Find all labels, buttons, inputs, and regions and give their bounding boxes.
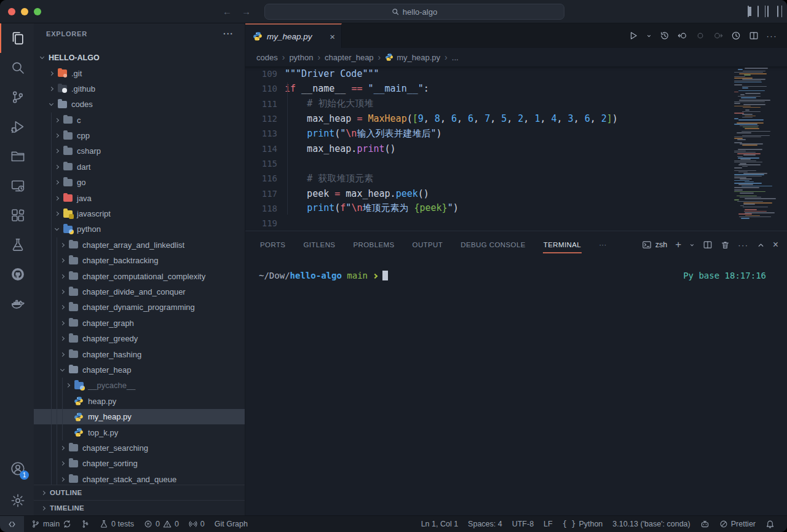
panel-tab-debug-console[interactable]: DEBUG CONSOLE xyxy=(460,237,526,252)
chevron-right-icon[interactable] xyxy=(58,322,66,325)
statusbar-eol[interactable]: LF xyxy=(539,516,558,532)
history-back-button[interactable]: ← xyxy=(223,6,232,17)
tree-item-csharp[interactable]: csharp xyxy=(34,143,245,159)
chevron-right-icon[interactable] xyxy=(47,87,55,90)
more-actions-icon[interactable]: ··· xyxy=(767,30,778,41)
activitybar-settings[interactable] xyxy=(0,486,34,515)
breadcrumb-item-chapter_heap[interactable]: chapter_heap xyxy=(325,53,374,62)
chevron-down-icon[interactable] xyxy=(38,57,46,58)
chevron-right-icon[interactable] xyxy=(58,353,66,356)
run-dropdown-icon[interactable] xyxy=(646,33,652,39)
tree-item-__pycache__[interactable]: __pycache__ xyxy=(34,378,245,393)
tree-item-chapter_divide_and_conquer[interactable]: chapter_divide_and_conquer xyxy=(34,284,245,300)
statusbar-cursor-position[interactable]: Ln 1, Col 1 xyxy=(416,516,463,532)
tree-item-HELLO-ALGO[interactable]: HELLO-ALGO xyxy=(34,50,245,65)
tree-item-.git[interactable]: .git xyxy=(34,65,245,81)
tree-item-chapter_graph[interactable]: chapter_graph xyxy=(34,316,245,331)
panel-tabs-overflow-icon[interactable]: ··· xyxy=(598,237,607,252)
command-center-search[interactable]: hello-algo xyxy=(264,4,564,20)
chevron-right-icon[interactable] xyxy=(58,478,66,481)
chevron-right-icon[interactable] xyxy=(52,181,61,184)
chevron-right-icon[interactable] xyxy=(52,197,61,200)
chevron-right-icon[interactable] xyxy=(58,447,66,450)
tree-item-codes[interactable]: codes xyxy=(34,97,245,112)
tree-item-chapter_computational_complexity[interactable]: chapter_computational_complexity xyxy=(34,268,245,284)
layout-left-icon[interactable] xyxy=(748,6,749,17)
chevron-down-icon[interactable] xyxy=(52,228,61,230)
tree-item-go[interactable]: go xyxy=(34,175,245,190)
tree-item-chapter_array_and_linkedlist[interactable]: chapter_array_and_linkedlist xyxy=(34,237,245,253)
statusbar-problems[interactable]: 00 xyxy=(139,516,184,532)
chevron-right-icon[interactable] xyxy=(63,384,72,387)
tree-item-chapter_hashing[interactable]: chapter_hashing xyxy=(34,346,245,362)
tree-item-java[interactable]: java xyxy=(34,190,245,205)
chevron-down-icon[interactable] xyxy=(58,369,66,371)
explorer-more-actions-icon[interactable]: ··· xyxy=(223,29,234,39)
terminal[interactable]: ~/Dow/hello-algo main Py base 18:17:16 xyxy=(245,258,787,515)
statusbar-indentation[interactable]: Spaces: 4 xyxy=(463,516,507,532)
statusbar-remote-indicator[interactable] xyxy=(0,516,24,532)
minimize-window-button[interactable] xyxy=(21,8,28,15)
chevron-right-icon[interactable] xyxy=(58,337,66,340)
chevron-right-icon[interactable] xyxy=(58,244,66,247)
tree-item-chapter_heap[interactable]: chapter_heap xyxy=(34,362,245,378)
activitybar-source-control[interactable] xyxy=(0,82,34,112)
statusbar-copilot[interactable] xyxy=(695,516,714,532)
statusbar-notifications[interactable] xyxy=(761,516,780,532)
breadcrumb-item-my_heap.py[interactable]: my_heap.py xyxy=(385,53,440,62)
chevron-right-icon[interactable] xyxy=(58,290,66,293)
tree-item-chapter_sorting[interactable]: chapter_sorting xyxy=(34,456,245,471)
statusbar-language-python[interactable]: { }Python xyxy=(558,516,608,532)
activitybar-run-and-debug[interactable] xyxy=(0,112,34,141)
chevron-right-icon[interactable] xyxy=(52,119,61,122)
nav-circle-icon[interactable] xyxy=(695,31,705,41)
layout-right-icon[interactable] xyxy=(767,6,769,17)
tree-item-.github[interactable]: .github xyxy=(34,81,245,97)
section-outline[interactable]: OUTLINE xyxy=(34,485,245,500)
kill-terminal-icon[interactable] xyxy=(721,240,730,250)
tree-item-my_heap.py[interactable]: my_heap.py xyxy=(34,409,245,424)
local-history-icon[interactable] xyxy=(660,31,670,41)
tree-item-python[interactable]: python xyxy=(34,221,245,237)
panel-tab-terminal[interactable]: TERMINAL xyxy=(543,237,582,252)
tree-item-chapter_stack_and_queue[interactable]: chapter_stack_and_queue xyxy=(34,472,245,485)
chevron-right-icon[interactable] xyxy=(52,134,61,137)
gitlens-annotations-icon[interactable] xyxy=(731,31,741,41)
split-editor-icon[interactable] xyxy=(749,31,759,41)
run-python-file-icon[interactable] xyxy=(628,31,638,41)
tab-my-heap[interactable]: my_heap.py × xyxy=(245,23,342,48)
tree-item-cpp[interactable]: cpp xyxy=(34,128,245,143)
chevron-right-icon[interactable] xyxy=(52,149,61,153)
breadcrumb-item-...[interactable]: ... xyxy=(452,53,459,62)
chevron-right-icon[interactable] xyxy=(58,275,66,278)
more-terminal-actions-icon[interactable]: ··· xyxy=(738,239,749,250)
statusbar-prettier[interactable]: Prettier xyxy=(714,516,761,532)
tree-item-chapter_backtracking[interactable]: chapter_backtracking xyxy=(34,253,245,268)
activitybar-remote-explorer[interactable] xyxy=(0,171,34,200)
activitybar-testing[interactable] xyxy=(0,230,34,260)
go-back-icon[interactable] xyxy=(678,31,687,41)
shell-zsh-icon[interactable] xyxy=(642,240,652,250)
activitybar-github[interactable] xyxy=(0,260,34,289)
statusbar-python-interpreter[interactable]: 3.10.13 ('base': conda) xyxy=(607,516,695,532)
chevron-right-icon[interactable] xyxy=(47,72,55,75)
statusbar-forwarded-ports[interactable]: 0 xyxy=(184,516,210,532)
code-editor[interactable]: 109"""Driver Code"""110if __name__ == "_… xyxy=(245,66,787,231)
activitybar-explorer[interactable] xyxy=(0,23,34,53)
new-terminal-icon[interactable]: + xyxy=(675,239,681,250)
terminal-picker-icon[interactable] xyxy=(689,242,695,248)
tree-item-chapter_greedy[interactable]: chapter_greedy xyxy=(34,331,245,346)
close-panel-icon[interactable]: × xyxy=(773,239,778,250)
statusbar-tests[interactable]: 0 tests xyxy=(95,516,139,532)
layout-grid-icon[interactable] xyxy=(777,6,778,17)
activitybar-extensions[interactable] xyxy=(0,200,34,230)
section-timeline[interactable]: TIMELINE xyxy=(34,500,245,515)
tree-item-c[interactable]: c xyxy=(34,113,245,128)
chevron-right-icon[interactable] xyxy=(58,462,66,465)
tree-item-chapter_searching[interactable]: chapter_searching xyxy=(34,440,245,456)
chevron-right-icon[interactable] xyxy=(58,306,66,309)
chevron-right-icon[interactable] xyxy=(52,165,61,169)
breadcrumb-item-python[interactable]: python xyxy=(289,53,313,62)
tree-item-javascript[interactable]: javascript xyxy=(34,206,245,221)
chevron-right-icon[interactable] xyxy=(52,212,61,215)
